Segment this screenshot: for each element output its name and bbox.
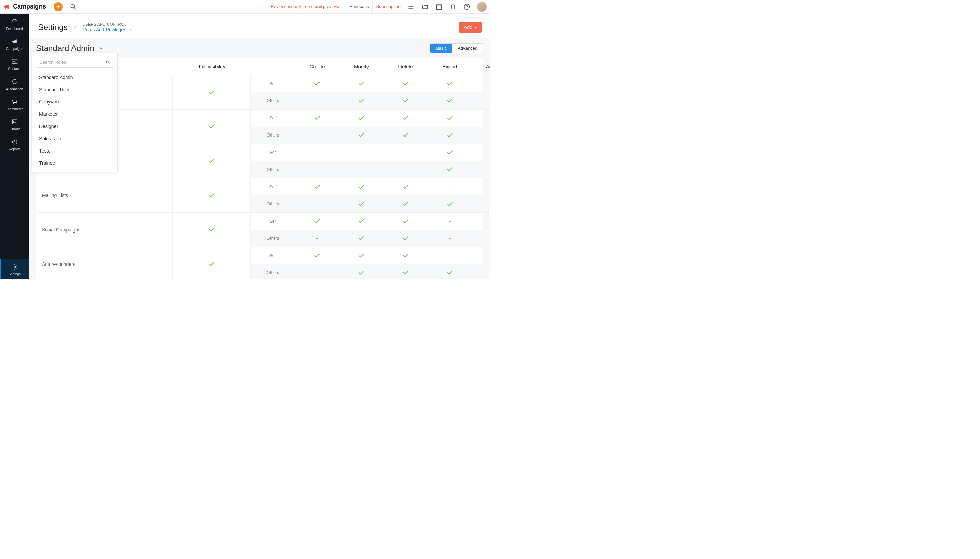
- contacts-icon: [11, 58, 18, 65]
- megaphone-icon: [3, 3, 10, 10]
- check-icon: [402, 235, 409, 242]
- sidebar-item-automation[interactable]: Automation: [0, 74, 29, 94]
- sidebar-item-ecommerce[interactable]: Ecommerce: [0, 94, 29, 114]
- help-button[interactable]: [460, 0, 474, 13]
- global-search-button[interactable]: [66, 0, 80, 13]
- value-cell: -: [428, 218, 472, 224]
- folders-button[interactable]: [418, 0, 432, 13]
- value-cell: [472, 98, 490, 104]
- check-icon: [208, 123, 215, 130]
- value-cell: [383, 200, 428, 207]
- value-cell: [472, 166, 490, 173]
- value-cell: [472, 132, 490, 139]
- review-previews-link[interactable]: Review and get free email previews: [265, 4, 346, 9]
- check-icon: [402, 252, 409, 259]
- value-cell: -: [295, 132, 339, 138]
- value-cell: [383, 98, 428, 104]
- check-icon: [402, 218, 409, 225]
- megaphone-icon: [11, 38, 18, 45]
- list-icon: [408, 3, 414, 10]
- scope-self: Self: [251, 253, 295, 258]
- sidebar-item-label: Campaigns: [6, 47, 23, 51]
- breadcrumb-category: USERS AND CONTROL: [82, 22, 132, 26]
- role-option[interactable]: Sales Rep: [32, 132, 117, 145]
- value-cell: [383, 80, 428, 87]
- value-cell: -: [295, 167, 339, 172]
- caret-down-icon: [474, 26, 477, 28]
- calendar-button[interactable]: [432, 0, 446, 13]
- role-option[interactable]: Marketer: [32, 108, 117, 120]
- add-new-button[interactable]: [50, 0, 66, 13]
- col-scope: [251, 58, 295, 75]
- sidebar-item-label: Reports: [8, 147, 20, 151]
- sidebar-item-campaigns[interactable]: Campaigns: [0, 34, 29, 54]
- role-search-input[interactable]: [40, 60, 106, 64]
- bell-icon: [449, 3, 456, 10]
- sidebar-item-reports[interactable]: Reports: [0, 134, 29, 155]
- toggle-basic[interactable]: Basic: [431, 44, 452, 53]
- value-cell: [428, 115, 472, 122]
- value-cell: [295, 252, 339, 259]
- selected-role: Standard Admin: [36, 44, 94, 53]
- avatar[interactable]: [477, 2, 487, 12]
- reports-icon: [11, 139, 18, 146]
- value-cell: [295, 184, 339, 190]
- sidebar-item-settings[interactable]: Settings: [0, 260, 29, 280]
- activity-list-button[interactable]: [404, 0, 418, 13]
- value-cell: [428, 200, 472, 207]
- automation-icon: [11, 78, 18, 85]
- value-cell: [472, 149, 490, 156]
- tab-visibility-cell: [173, 212, 251, 247]
- sidebar-item-contacts[interactable]: Contacts: [0, 54, 29, 74]
- value-cell: [383, 115, 428, 122]
- add-button[interactable]: Add: [459, 22, 482, 33]
- value-cell: [383, 252, 428, 259]
- value-cell: -: [339, 150, 383, 155]
- role-dropdown: Standard AdminStandard UserCopywriterMar…: [32, 53, 118, 172]
- value-cell: [295, 115, 339, 122]
- sidebar-item-label: Contacts: [8, 67, 21, 71]
- value-cell: [472, 235, 490, 242]
- scope-others: Others: [251, 270, 295, 275]
- value-cell: -: [428, 236, 472, 241]
- role-option[interactable]: Designer: [32, 120, 117, 132]
- feature-label: Social Campaigns: [36, 212, 173, 247]
- check-icon: [358, 98, 365, 104]
- feedback-link[interactable]: Feedback: [346, 0, 372, 13]
- col-tab-visibility: Tab visibility: [173, 58, 251, 75]
- sidebar-item-label: Dashboard: [7, 27, 23, 31]
- check-icon: [402, 200, 409, 207]
- check-icon: [446, 132, 453, 139]
- value-cell: [383, 184, 428, 190]
- check-icon: [446, 269, 453, 276]
- breadcrumb-page-link[interactable]: Roles And Privileges: [82, 27, 132, 32]
- sidebar-item-dashboard[interactable]: Dashboard: [0, 14, 29, 34]
- role-option[interactable]: Standard Admin: [32, 71, 117, 83]
- chevron-down-icon: [98, 45, 104, 51]
- col-export: Export: [428, 58, 472, 75]
- subscription-link[interactable]: Subscription: [372, 0, 404, 13]
- check-icon: [402, 98, 409, 104]
- sidebar-item-library[interactable]: Library: [0, 114, 29, 134]
- check-icon: [446, 149, 453, 156]
- check-icon: [402, 132, 409, 139]
- role-search[interactable]: [36, 56, 114, 68]
- role-option[interactable]: Copywriter: [32, 96, 117, 108]
- role-select-trigger[interactable]: Standard Admin: [36, 44, 104, 53]
- scope-others: Others: [251, 98, 295, 103]
- toggle-advanced[interactable]: Advanced: [452, 44, 483, 53]
- breadcrumb: USERS AND CONTROL Roles And Privileges: [82, 22, 132, 32]
- value-cell: [428, 132, 472, 139]
- brand-logo[interactable]: Campaigns: [0, 0, 50, 13]
- col-access: Access: [472, 58, 490, 75]
- value-cell: -: [428, 253, 472, 258]
- check-icon: [446, 80, 453, 87]
- role-option[interactable]: Trainee: [32, 157, 117, 169]
- value-cell: -: [383, 167, 428, 172]
- col-delete: Delete: [383, 58, 428, 75]
- topbar: Campaigns Review and get free email prev…: [0, 0, 490, 13]
- feature-label: Mailing Lists: [36, 178, 173, 212]
- notifications-button[interactable]: [446, 0, 460, 13]
- role-option[interactable]: Tester: [32, 145, 117, 157]
- role-option[interactable]: Standard User: [32, 83, 117, 96]
